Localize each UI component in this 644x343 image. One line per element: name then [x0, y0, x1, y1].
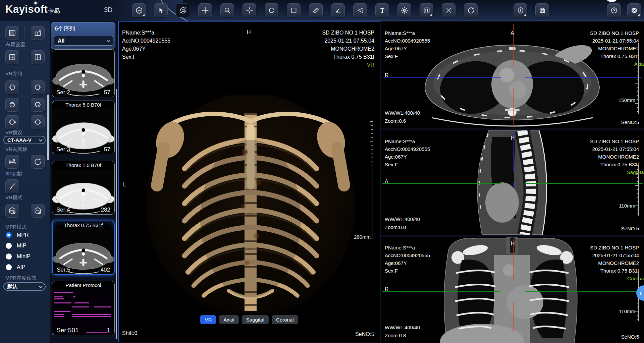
- head-front-button[interactable]: [5, 115, 19, 129]
- layout-section-label: 布局设置: [5, 42, 25, 48]
- tool-pan-button[interactable]: [198, 3, 212, 17]
- series-number: Ser:501: [56, 327, 79, 334]
- mpr-thickness-select[interactable]: 默认: [3, 282, 46, 291]
- series-filter-select[interactable]: All: [54, 36, 113, 46]
- mpr-mode-label: MPR模式: [5, 224, 26, 230]
- tool-group: [154, 3, 478, 17]
- crosshair-vertical-red[interactable]: [513, 89, 514, 126]
- crosshair-horizontal-blue[interactable]: [383, 77, 501, 78]
- series-scrollbar[interactable]: [116, 89, 117, 339]
- text-icon: [378, 6, 386, 14]
- image-count: 402: [101, 267, 110, 273]
- radio-mip[interactable]: MIP: [6, 243, 26, 249]
- ruler-icon: [312, 6, 320, 14]
- tool-window-level-button[interactable]: [397, 3, 411, 17]
- series-thumbnail-ser4[interactable]: Thorax 1.0 B70f Ser:4282: [52, 161, 115, 215]
- orientation-left: L: [123, 182, 126, 188]
- crosshair-vertical-blue[interactable]: [513, 182, 514, 187]
- avatar[interactable]: [607, 0, 616, 2]
- saggital-button[interactable]: Saggital: [242, 315, 269, 324]
- crosshair-horizontal-green[interactable]: [525, 183, 643, 184]
- radio-mpr[interactable]: MPR: [6, 232, 29, 238]
- tool-save-button[interactable]: [535, 3, 549, 17]
- ruler-label: 110mm: [619, 203, 635, 209]
- tool-reset-button[interactable]: [464, 3, 478, 17]
- head-bottom-button[interactable]: [31, 98, 45, 112]
- head-left-button[interactable]: [5, 80, 19, 94]
- study-info-overlay: SD ZIBO NO.1 HOSP 2025-01-21 07:55:04 MO…: [590, 29, 639, 68]
- tool-alert-button[interactable]: [514, 3, 527, 17]
- sidebar-scrollbar[interactable]: [47, 95, 49, 160]
- crosshair-horizontal-green[interactable]: [382, 183, 501, 184]
- hospital-name: SD ZIBO NO.1 HOSP: [590, 137, 639, 145]
- coronal-viewport[interactable]: PName:S***a AccNO:0004920555 Age:067Y Se…: [381, 237, 644, 343]
- crosshair-horizontal-blue[interactable]: [525, 77, 642, 78]
- radio-aip[interactable]: AIP: [6, 264, 25, 270]
- tool-3d-view-button[interactable]: 3D: [132, 3, 146, 17]
- tool-zoom-button[interactable]: [220, 3, 234, 17]
- remove-bed-button[interactable]: [5, 155, 19, 169]
- chevron-left-icon: ‹: [639, 288, 642, 298]
- vr-view-switcher: VR Axial Saggital Coronal: [119, 315, 380, 324]
- series-thumbnail-ser501[interactable]: Patient Protocol Ser:5011: [52, 281, 115, 335]
- tool-ellipse-button[interactable]: [265, 3, 278, 17]
- layout-list-button[interactable]: [5, 26, 19, 40]
- axial-button[interactable]: Axial: [219, 315, 239, 324]
- coronal-button[interactable]: Coronal: [272, 315, 298, 324]
- toolbar-divider: [531, 4, 531, 17]
- list-panel-icon: [8, 29, 16, 37]
- axial-viewport[interactable]: PName:S***a AccNO:0004920555 Age:067Y Se…: [381, 22, 644, 128]
- layout-grid-button[interactable]: [5, 50, 19, 64]
- tool-delete-button[interactable]: [442, 3, 455, 17]
- orientation-top: H: [511, 241, 515, 247]
- tool-text-button[interactable]: [375, 3, 389, 17]
- cut-3d-button[interactable]: [5, 179, 19, 193]
- vr-viewport[interactable]: PName:S***a AccNO:0004920555 Age:067Y Se…: [118, 21, 380, 342]
- patient-age: Age:067Y: [385, 45, 430, 52]
- photometric: MONOCHROME2: [590, 45, 639, 52]
- crosshair-horizontal-green[interactable]: [382, 291, 500, 292]
- layout-split-button[interactable]: [31, 50, 45, 64]
- tool-pointer-button[interactable]: [154, 3, 168, 17]
- tool-angle-button[interactable]: [331, 3, 345, 17]
- hospital-name: SD ZIBO NO.1 HOSP: [590, 29, 639, 37]
- crosshair-vertical-red[interactable]: [513, 302, 514, 332]
- settings-button[interactable]: [627, 3, 641, 17]
- series-thumbnail-ser3[interactable]: Thorax 5.0 B70f Ser:357: [52, 101, 115, 154]
- series-description: Thorax 0.75 B31f: [590, 267, 639, 275]
- tool-cobb-angle-button[interactable]: [353, 3, 367, 17]
- head-back-icon: [34, 118, 42, 126]
- head-right-button[interactable]: [31, 80, 45, 94]
- cut-3d-label: 3D切割: [5, 171, 22, 177]
- crosshair-horizontal-green[interactable]: [525, 291, 643, 292]
- mip-hexagon-icon: MIP: [34, 207, 42, 215]
- series-thumbnail-ser5-selected[interactable]: Thorax 0.75 B31f Ser:5402: [52, 221, 115, 275]
- radio-dot: [6, 253, 12, 260]
- layout-close-button[interactable]: [31, 26, 45, 40]
- series-thumbnail-ser2[interactable]: Ser:257: [52, 49, 115, 97]
- patient-age: Age:067Y: [385, 153, 430, 161]
- head-back-button[interactable]: [31, 115, 45, 129]
- tool-rotate-3d-button[interactable]: [176, 3, 190, 17]
- hospital-name: SD ZIBO NO.1 HOSP: [322, 29, 374, 37]
- vr-mode-mip-button[interactable]: MIP: [31, 204, 45, 218]
- series-description: Thorax 0.75 B31f: [590, 161, 639, 168]
- accession-number: AccNO:0004920555: [385, 145, 430, 153]
- saggital-viewport[interactable]: PName:S***a AccNO:0004920555 Age:067Y Se…: [381, 130, 644, 235]
- head-top-button[interactable]: [5, 98, 19, 112]
- tool-adjust-button[interactable]: [420, 3, 433, 17]
- series-no-label: SeNO:5: [621, 119, 639, 125]
- tool-crosshair-button[interactable]: [243, 3, 256, 17]
- vr-preset-select[interactable]: CT-AAA-V: [3, 136, 46, 144]
- shift-label: Shift:0: [122, 329, 137, 337]
- vr-hexagon-icon: VR: [8, 207, 16, 215]
- tool-ruler-button[interactable]: [309, 3, 323, 17]
- vr-mode-vr-button[interactable]: VR: [5, 204, 19, 218]
- series-description: Thorax 0.75 B31f: [322, 53, 374, 61]
- series-description: Thorax 0.75 B31f: [590, 52, 639, 60]
- vr-button[interactable]: VR: [200, 315, 216, 324]
- bed-reset-button[interactable]: [31, 155, 45, 169]
- tool-rectangle-button[interactable]: [287, 3, 301, 17]
- help-button[interactable]: [607, 3, 621, 17]
- radio-minip[interactable]: MinIP: [6, 253, 31, 260]
